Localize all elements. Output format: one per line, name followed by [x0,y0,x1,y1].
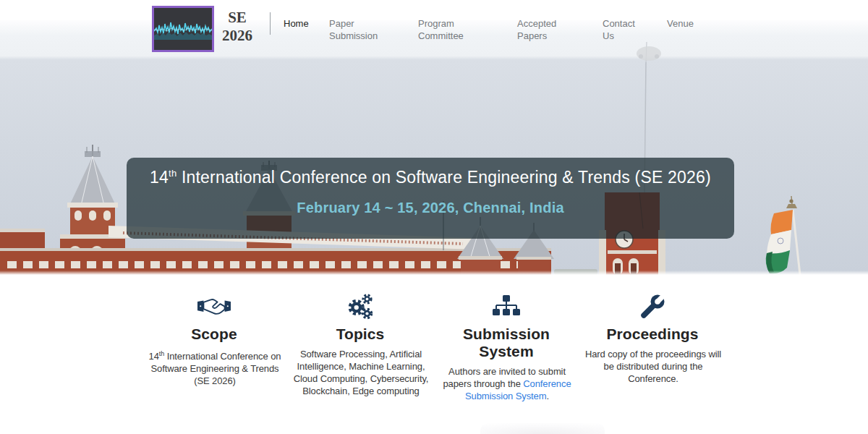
feature-topics: Topics Software Processing, Artificial I… [287,292,433,402]
header-divider [270,12,271,35]
feature-text: Hard copy of the proceedings will be dis… [582,348,724,385]
nav-item-home[interactable]: Home [284,17,309,30]
nav-item-venue[interactable]: Venue [667,17,694,30]
conference-logo[interactable] [152,6,214,52]
waveform-icon [154,8,212,50]
nav-item-accepted-papers[interactable]: Accepted Papers [517,17,569,42]
features-section: Scope 14th International Conference on S… [141,292,727,402]
feature-proceedings: Proceedings Hard copy of the proceedings… [579,292,726,402]
nav-item-contact-us[interactable]: Contact Us [603,17,639,42]
next-section-peek [480,423,605,434]
sitemap-icon [492,295,521,318]
feature-text: Software Processing, Artificial Intellig… [290,348,432,397]
nav-item-paper-submission[interactable]: Paper Submission [329,17,381,42]
nav-item-program-committee[interactable]: Program Committee [418,17,477,42]
conference-title: 14th International Conference on Softwar… [127,168,734,187]
conference-date: February 14 ~ 15, 2026, Chennai, India [127,200,734,216]
feature-text: Authors are invited to submit papers thr… [436,365,578,402]
feature-title: Submission System [436,326,576,360]
feature-submission-system: Submission System Authors are invited to… [433,292,579,402]
feature-title: Scope [144,326,284,343]
hero-section: 14th International Conference on Softwar… [0,20,868,275]
site-header: SE 2026 Home Paper Submission Program Co… [0,0,868,58]
hero-banner: 14th International Conference on Softwar… [127,158,734,239]
feature-title: Proceedings [582,326,723,343]
gears-icon [346,293,374,320]
hero-bottom-fade [0,271,868,275]
logo-wordmark: SE 2026 [217,9,258,45]
feature-text: 14th International Conference on Softwar… [144,348,286,387]
handshake-icon [197,297,231,317]
feature-scope: Scope 14th International Conference on S… [141,292,287,402]
wrench-icon [640,294,665,319]
feature-title: Topics [290,326,430,343]
